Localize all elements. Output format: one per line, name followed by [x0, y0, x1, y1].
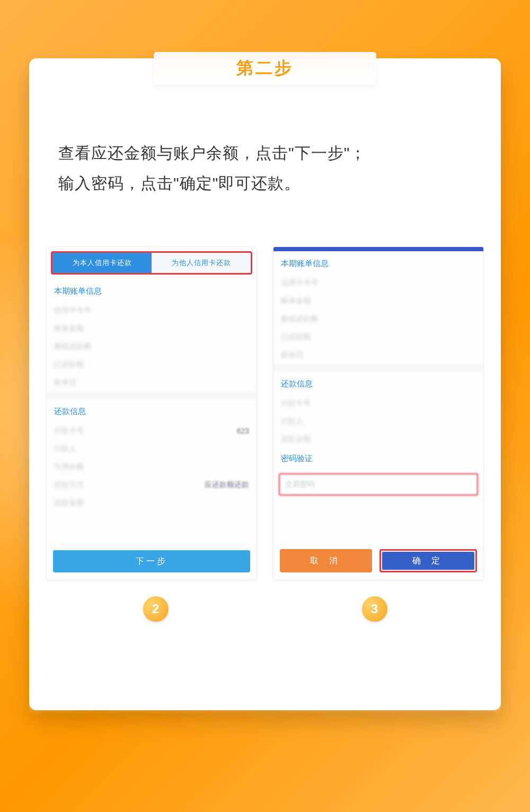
- section-bill-info: 本期账单信息: [273, 251, 483, 274]
- confirm-button-label: 确 定: [412, 555, 444, 567]
- bill-row-label: 账单金额: [54, 324, 84, 333]
- next-button-label: 下一步: [136, 556, 167, 567]
- phone-screenshot-2: 为本人信用卡还款 为他人信用卡还款 本期账单信息 信用卡卡号 账单金额 最低还款…: [46, 246, 257, 580]
- step-circles: 2 3: [46, 596, 484, 622]
- repay-row-label: 付款人: [281, 417, 303, 426]
- tabbar-highlight: 为本人信用卡还款 为他人信用卡还款: [51, 251, 252, 275]
- dialog-buttons: 取 消 确 定: [280, 549, 477, 572]
- repay-row-label: 付款卡号: [281, 399, 311, 408]
- repay-amount-label: 还款金额: [54, 498, 84, 508]
- pay-card-label: 付款卡号: [54, 426, 84, 436]
- instructions: 查看应还金额与账户余额，点击"下一步"； 输入密码，点击"确定"即可还款。: [58, 138, 472, 198]
- section-repay-info: 还款信息: [47, 399, 257, 422]
- step-circle-3: 3: [362, 596, 387, 622]
- pay-card-value: 623: [237, 427, 249, 435]
- bill-row-label: 最低还款额: [281, 314, 318, 324]
- repay-row-label: 可用余额: [54, 462, 84, 472]
- step-circle-2-number: 2: [152, 602, 159, 616]
- phone-mockups: 为本人信用卡还款 为他人信用卡还款 本期账单信息 信用卡卡号 账单金额 最低还款…: [46, 246, 484, 580]
- section-repay-info: 还款信息: [273, 372, 483, 394]
- cancel-button[interactable]: 取 消: [280, 549, 372, 572]
- password-placeholder: 交易密码: [285, 480, 315, 488]
- next-button[interactable]: 下一步: [53, 550, 250, 572]
- section-bill-info: 本期账单信息: [47, 279, 257, 302]
- step-circle-3-number: 3: [371, 602, 378, 616]
- bill-row-label: 最低还款额: [54, 342, 91, 351]
- phone-screenshot-3: 本期账单信息 信用卡卡号 账单金额 最低还款额 已还款额 账单日 还款信息 付款…: [273, 246, 484, 580]
- cancel-button-label: 取 消: [310, 555, 342, 567]
- bill-row-label: 已还款额: [281, 332, 311, 342]
- step-circle-2: 2: [143, 596, 169, 622]
- bill-row-label: 已还款额: [54, 360, 84, 369]
- repay-row-label: 还款金额: [281, 435, 311, 444]
- confirm-button[interactable]: 确 定: [382, 552, 474, 570]
- bill-row-label: 账单金额: [281, 296, 311, 306]
- section-password: 密码验证: [273, 448, 483, 469]
- bill-row-label: 信用卡卡号: [281, 278, 318, 288]
- bill-row-label: 信用卡卡号: [54, 306, 91, 315]
- tab-self-repay[interactable]: 为本人信用卡还款: [52, 253, 152, 273]
- repay-row-label: 付款人: [54, 444, 76, 454]
- step-tab: 第二步: [154, 52, 376, 85]
- instructions-line-1: 查看应还金额与账户余额，点击"下一步"；: [58, 138, 472, 168]
- bill-row-label: 账单日: [54, 378, 76, 387]
- tab-other-repay[interactable]: 为他人信用卡还款: [152, 253, 251, 273]
- repay-method-label: 还款方式: [54, 480, 84, 490]
- bill-row-label: 账单日: [281, 350, 303, 360]
- confirm-button-highlight: 确 定: [379, 549, 477, 572]
- repay-method-value: 应还款额还款: [205, 480, 249, 490]
- phone-topbar: [273, 247, 483, 251]
- step-card: 第二步 查看应还金额与账户余额，点击"下一步"； 输入密码，点击"确定"即可还款…: [29, 58, 501, 710]
- step-tab-title: 第二步: [236, 57, 294, 80]
- password-input-highlight[interactable]: 交易密码: [279, 473, 478, 496]
- instructions-line-2: 输入密码，点击"确定"即可还款。: [58, 168, 472, 198]
